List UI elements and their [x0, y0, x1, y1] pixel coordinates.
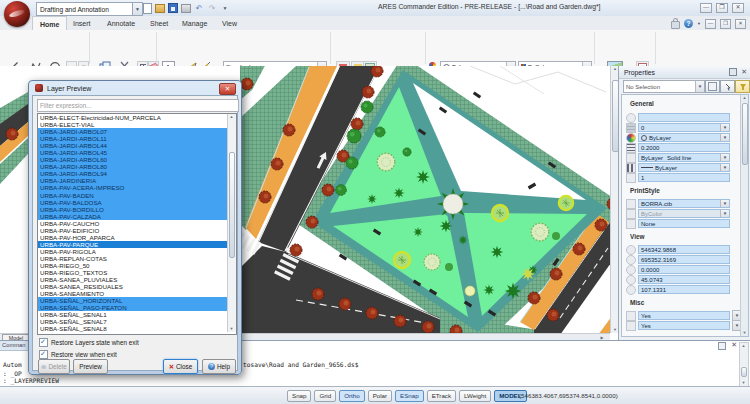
hyperlink-field[interactable]	[638, 113, 730, 122]
layer-list-item[interactable]: URBA-SEÑAL_SENAL7	[38, 318, 236, 325]
printstyle-table-field[interactable]: None	[638, 219, 730, 228]
panel-close-icon[interactable]: ✕	[741, 68, 747, 76]
layer-list-item[interactable]: URBA-SEÑAL_PASO-PEATON	[38, 304, 236, 311]
workspace-select[interactable]: Drafting and Annotation ▼	[36, 2, 143, 16]
status-toggle[interactable]: ETrack	[427, 390, 456, 402]
close-dialog-button[interactable]: ✕ Close	[163, 359, 198, 374]
panel-close-icon[interactable]: ✕	[731, 341, 737, 349]
redo-button[interactable]: ↷	[207, 3, 217, 13]
layer-list-item[interactable]: URBA-PAV-HOR_APARCA	[38, 234, 236, 241]
doc-minimize-button[interactable]: —	[705, 19, 716, 29]
lock-icon[interactable]	[671, 21, 680, 29]
layer-list-item[interactable]: URBA-SEÑAL_SENAL1	[38, 311, 236, 318]
layer-list-item[interactable]: URBA-PAV-CALZADA	[38, 213, 236, 220]
layer-list-item[interactable]: URBA-JARDI-ARBOL11	[38, 135, 236, 142]
layer-list-item[interactable]: URBA-PAV-BADEN	[38, 192, 236, 199]
tab-home[interactable]: Home	[32, 16, 67, 31]
layer-list-item[interactable]: URBA-JARDI-ARBOL44	[38, 142, 236, 149]
help-dropdown-icon[interactable]: ▼	[697, 21, 701, 26]
save-button[interactable]	[168, 3, 178, 13]
status-toggle[interactable]: Grid	[314, 390, 336, 402]
doc-restore-button[interactable]: ❐	[720, 19, 731, 29]
layer-list-item[interactable]: URBA-RIEGO_50	[38, 262, 236, 269]
tab-view[interactable]: View	[215, 16, 244, 30]
status-toggle[interactable]: Polar	[368, 390, 392, 402]
layer-list-item[interactable]: URBA-PAV-RIGOLA	[38, 248, 236, 255]
qat-dropdown[interactable]: ▼	[220, 3, 230, 13]
scroll-down-icon[interactable]: ▼	[741, 330, 748, 336]
layer-list-item[interactable]: URBA-PAV-PARQUE	[38, 241, 236, 248]
new-file-button[interactable]	[142, 3, 152, 13]
layer-list-item[interactable]: URBA-PAV-ACERA-IMPRESO	[38, 184, 236, 191]
layer-list-item[interactable]: URBA-RIEGO_TEXTOS	[38, 269, 236, 276]
app-logo-icon[interactable]	[4, 1, 30, 27]
dialog-title-bar[interactable]: Layer Preview	[29, 81, 241, 95]
layer-list-item[interactable]: URBA-SANEA_RESIDUALES	[38, 283, 236, 290]
tab-sheet[interactable]: Sheet	[143, 16, 175, 30]
misc-value-field[interactable]: Yes	[638, 321, 730, 330]
layer-list-item[interactable]: URBA-JARDI-ARBOL80	[38, 163, 236, 170]
pin-icon[interactable]	[729, 68, 737, 76]
help-icon[interactable]: ?	[684, 19, 693, 28]
float-panel-icon[interactable]	[718, 342, 726, 350]
delete-button[interactable]: ⊗ Delete	[38, 359, 70, 374]
status-toggle[interactable]: LWeight	[459, 390, 491, 402]
layer-list-item[interactable]: URBA-ELECT-Electricidad-NUM_PARCELA	[38, 114, 236, 121]
layer-list-item[interactable]: URBA-SANEA_PLUVIALES	[38, 276, 236, 283]
layer-list-scrollbar[interactable]: ▲ ▼	[227, 114, 236, 332]
command-scrollbar[interactable]: ▲ ▼	[739, 342, 749, 387]
scroll-up-icon[interactable]: ▲	[740, 343, 747, 349]
doc-close-button[interactable]: ✕	[735, 19, 746, 29]
restore-view-checkbox[interactable]: Restore view when exit	[39, 350, 117, 359]
status-toggle[interactable]: ESnap	[395, 390, 424, 402]
restore-button[interactable]: ❐	[716, 3, 728, 13]
tab-manage[interactable]: Manage	[175, 16, 214, 30]
layer-list-item[interactable]: URBA-JARDI-ARBOL45	[38, 149, 236, 156]
layer-list-item[interactable]: URBA-PAV-CAUCHO	[38, 220, 236, 227]
layer-preview-dialog[interactable]: Layer Preview ✕ URBA-ELECT-Electricidad-…	[28, 80, 242, 375]
linescale-field[interactable]: 1	[638, 173, 730, 182]
linetype-field[interactable]: ByLayer▼	[638, 163, 730, 172]
layer-list[interactable]: URBA-ELECT-Electricidad-NUM_PARCELAURBA-…	[37, 113, 237, 335]
layer-list-item[interactable]: URBA-JARDINERIA	[38, 177, 236, 184]
restore-layers-checkbox[interactable]: Restore Layers state when exit	[39, 338, 139, 347]
layer-list-item[interactable]: URBA-JARDI-ARBOL60	[38, 156, 236, 163]
print-button[interactable]	[181, 3, 191, 13]
scroll-down-icon[interactable]: ▼	[228, 326, 235, 332]
scroll-up-icon[interactable]: ▲	[741, 95, 748, 101]
filter-input[interactable]	[37, 99, 239, 112]
select-entities-button[interactable]	[720, 80, 735, 93]
layer-field[interactable]: 0▼	[638, 123, 730, 132]
status-toggle[interactable]: Ortho	[339, 390, 364, 402]
properties-scrollbar[interactable]: ▲ ▼	[740, 95, 748, 336]
linestyle-field[interactable]: ByLayerSolid line▼	[638, 153, 730, 162]
layer-list-item[interactable]: URBA-JARDI-ARBOL94	[38, 170, 236, 177]
open-file-button[interactable]	[155, 3, 165, 13]
misc-value-field[interactable]: Yes	[638, 311, 730, 320]
close-button[interactable]: ✕	[732, 3, 744, 13]
layer-list-item[interactable]: URBA-PAV-BALDOSA	[38, 199, 236, 206]
help-button[interactable]: ? Help	[202, 359, 236, 374]
layer-list-item[interactable]: URBA-JARDI-ARBOL07	[38, 128, 236, 135]
printstyle-color-field[interactable]: ByColor▼	[638, 209, 730, 218]
layer-list-item[interactable]: URBA-PAV-EDIFICIO	[38, 227, 236, 234]
selection-select[interactable]: No Selection ▼	[623, 80, 705, 93]
status-toggle[interactable]: Snap	[287, 390, 311, 402]
quick-select-button[interactable]	[735, 80, 750, 93]
undo-button[interactable]: ↶	[194, 3, 204, 13]
preview-button[interactable]: Preview	[73, 359, 108, 374]
layer-list-item[interactable]: URBA-SEÑAL_SENAL8	[38, 325, 236, 332]
dialog-close-button[interactable]: ✕	[219, 83, 236, 95]
layer-list-item[interactable]: URBA-ELECT-VIAL	[38, 121, 236, 128]
layer-list-item[interactable]: URBA-PAV-BORDILLO	[38, 206, 236, 213]
tab-insert[interactable]: Insert	[66, 16, 98, 30]
scroll-up-icon[interactable]: ▲	[228, 114, 235, 120]
tab-annotate[interactable]: Annotate	[100, 16, 142, 30]
layer-list-item[interactable]: URBA-SEÑAL_HORIZONTAL	[38, 297, 236, 304]
lineweight-field[interactable]: 0.2000	[638, 143, 730, 152]
color-field[interactable]: ByLayer▼	[638, 133, 730, 142]
layer-list-item[interactable]: URBA-SANEAMIENTO	[38, 290, 236, 297]
minimize-button[interactable]: —	[700, 3, 712, 13]
printstyle-file-field[interactable]: BORRA.ctb▼	[638, 199, 730, 208]
edit-selection-button[interactable]	[705, 80, 720, 93]
